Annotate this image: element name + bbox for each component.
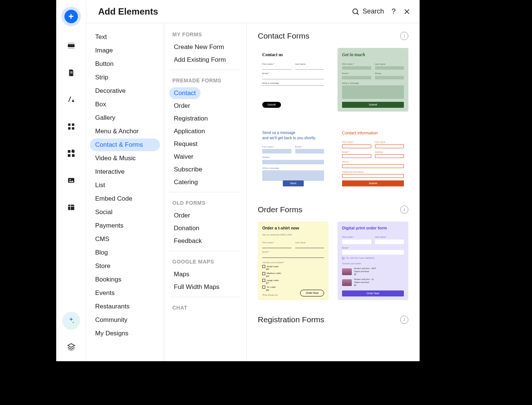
category-item[interactable]: Embed Code	[90, 192, 160, 205]
svg-rect-1	[68, 43, 75, 43]
subcategory-item[interactable]: Create New Form	[169, 41, 241, 53]
media-icon[interactable]	[63, 172, 79, 189]
category-item[interactable]: Box	[90, 98, 160, 111]
subcategory-item[interactable]: Contact	[169, 87, 200, 99]
info-icon[interactable]: i	[400, 32, 408, 40]
design-icon[interactable]	[63, 91, 79, 108]
svg-rect-7	[68, 127, 70, 130]
svg-point-15	[353, 9, 357, 13]
category-item[interactable]: My Designs	[90, 327, 160, 340]
subcategory-list: MY FORMSCreate New FormAdd Existing Form…	[164, 23, 247, 361]
category-item[interactable]: Social	[90, 206, 160, 219]
svg-rect-0	[68, 44, 75, 47]
category-item[interactable]: Community	[90, 314, 160, 326]
plugin-icon[interactable]	[63, 145, 79, 162]
subcategory-item[interactable]: Order	[169, 100, 241, 112]
cms-icon[interactable]	[63, 199, 79, 216]
apps-icon[interactable]	[63, 118, 79, 135]
section-title-contact-forms: Contact Forms	[258, 31, 309, 40]
subcategory-heading: GOOGLE MAPS	[169, 259, 241, 265]
search-label: Search	[363, 7, 384, 15]
close-icon	[403, 8, 411, 15]
category-item[interactable]: Blog	[90, 246, 160, 259]
section-title-order-forms: Order Forms	[258, 205, 302, 214]
plus-icon: +	[64, 10, 78, 23]
left-rail: +	[56, 0, 86, 361]
add-elements-button[interactable]: +	[61, 7, 81, 26]
subcategory-item[interactable]: Subscribe	[169, 164, 241, 176]
category-item[interactable]: List	[90, 179, 160, 192]
info-icon[interactable]: i	[400, 316, 408, 324]
subcategory-item[interactable]: Waiver	[169, 151, 241, 163]
subcategory-item[interactable]: Maps	[169, 268, 241, 280]
subcategory-item[interactable]: Add Existing Form	[169, 54, 241, 66]
info-icon[interactable]: i	[400, 205, 408, 214]
svg-rect-4	[70, 73, 72, 73]
help-icon: ?	[392, 7, 396, 16]
category-item[interactable]: Text	[90, 31, 160, 43]
svg-rect-5	[68, 124, 70, 126]
subcategory-item[interactable]: Donation	[169, 222, 241, 234]
close-button[interactable]	[403, 8, 411, 15]
subcategory-item[interactable]: Full Width Maps	[169, 281, 241, 293]
category-item[interactable]: Events	[90, 287, 160, 299]
subcategory-item[interactable]: Request	[169, 138, 241, 150]
form-preview-contact-information[interactable]: Contact information First name * Last na…	[338, 127, 408, 190]
section-title-registration-forms: Registration Forms	[258, 315, 324, 324]
svg-rect-3	[70, 71, 72, 72]
category-item[interactable]: Gallery	[90, 112, 160, 124]
subcategory-item[interactable]: Catering	[169, 176, 241, 188]
category-item[interactable]: Button	[90, 58, 160, 70]
category-item[interactable]: Bookings	[90, 273, 160, 286]
subcategory-item[interactable]: Registration	[169, 113, 241, 125]
category-item[interactable]: Payments	[90, 219, 160, 232]
form-preview-tshirt-order[interactable]: Order a t-shirt now Get our exclusive 20…	[258, 222, 329, 300]
search-button[interactable]: Search	[351, 7, 384, 16]
subcategory-heading: MY FORMS	[169, 31, 241, 37]
section-icon[interactable]	[63, 37, 79, 54]
svg-rect-6	[72, 124, 74, 126]
svg-rect-8	[72, 127, 74, 130]
category-list: TextImageButtonStripDecorativeBoxGallery…	[86, 23, 164, 361]
panel-title: Add Elements	[98, 6, 158, 17]
category-item[interactable]: Image	[90, 44, 160, 57]
svg-point-10	[69, 179, 70, 180]
svg-rect-2	[68, 48, 75, 49]
category-item[interactable]: Store	[90, 260, 160, 272]
preview-panel: Contact Forms i Contact us First name * …	[247, 23, 420, 361]
search-icon	[351, 7, 360, 16]
category-item[interactable]: Restaurants	[90, 300, 160, 313]
layers-icon[interactable]	[63, 339, 79, 355]
page-icon[interactable]	[63, 64, 79, 81]
subcategory-item[interactable]: Feedback	[169, 235, 241, 247]
category-item[interactable]: CMS	[90, 233, 160, 246]
form-preview-get-in-touch[interactable]: Get in touch First name * Last name Emai…	[338, 48, 408, 112]
help-button[interactable]: ?	[392, 7, 396, 16]
svg-line-16	[357, 13, 359, 15]
subcategory-heading: PREMADE FORMS	[169, 77, 241, 83]
category-item[interactable]: Strip	[90, 71, 160, 84]
ai-button[interactable]	[62, 312, 80, 330]
subcategory-heading: CHAT	[169, 305, 241, 311]
panel-header: Add Elements Search ?	[86, 0, 420, 23]
subcategory-item[interactable]: Application	[169, 125, 241, 137]
category-item[interactable]: Menu & Anchor	[90, 125, 160, 138]
category-item[interactable]: Decorative	[90, 85, 160, 97]
form-preview-send-message[interactable]: Send us a messageand we'll get back to y…	[258, 127, 329, 190]
category-item[interactable]: Contact & Forms	[90, 138, 160, 151]
category-item[interactable]: Video & Music	[90, 152, 160, 165]
subcategory-item[interactable]: Order	[169, 210, 241, 222]
form-preview-digital-print[interactable]: Digital print order form First name * La…	[338, 222, 408, 300]
form-preview-contact-us[interactable]: Contact us First name * Last name Email …	[258, 48, 329, 112]
subcategory-heading: OLD FORMS	[169, 200, 241, 206]
category-item[interactable]: Interactive	[90, 165, 160, 178]
